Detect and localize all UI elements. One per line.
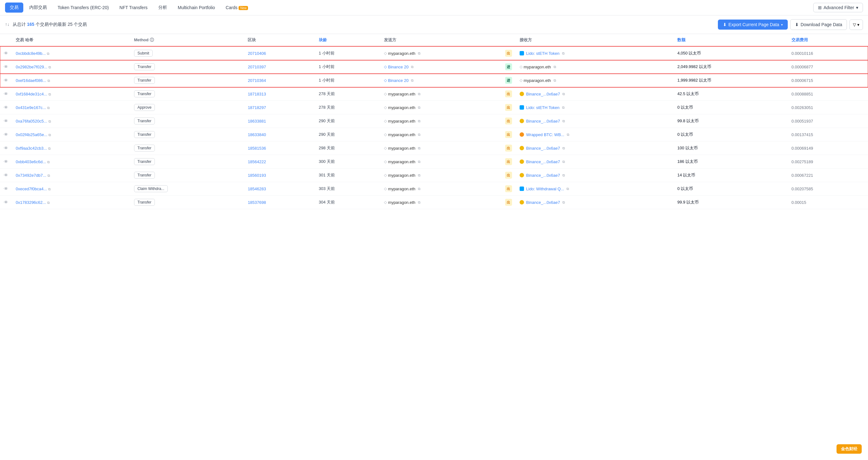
sender-label[interactable]: Binance 20 [388,65,408,69]
copy-sender-icon[interactable]: ⧉ [418,160,421,164]
copy-sender-icon[interactable]: ⧉ [418,146,421,150]
tx-hash-link[interactable]: 0xf9aa3c42cb3... [16,146,47,151]
eye-icon[interactable]: 👁 [4,78,8,83]
copy-sender-icon[interactable]: ⧉ [418,173,421,177]
block-link[interactable]: 18718313 [248,92,266,96]
download-page-data-button[interactable]: ⬇ Download Page Data [790,19,847,30]
tx-hash-link[interactable]: 0xa76fa0520c5... [16,119,47,123]
block-link[interactable]: 18564222 [248,160,266,164]
receiver-label[interactable]: Lido: stETH Token [526,105,560,110]
block-link[interactable]: 18560193 [248,173,266,178]
eye-icon[interactable]: 👁 [4,186,8,191]
copy-receiver-icon[interactable]: ⧉ [562,119,565,123]
receiver-label[interactable]: Binance_...0x6ae7 [526,146,560,151]
eye-icon[interactable]: 👁 [4,132,8,137]
nav-tab-multichain[interactable]: Multichain Portfolio [173,3,220,12]
copy-sender-icon[interactable]: ⧉ [411,79,413,83]
block-link[interactable]: 18633881 [248,119,266,123]
copy-icon[interactable]: ⧉ [47,160,50,164]
copy-icon[interactable]: ⧉ [48,79,50,83]
tx-hash-link[interactable]: 0x2982be7f029... [16,65,47,69]
nav-tab-jiaoy[interactable]: 交易 [5,2,23,12]
row-age-cell: 278 天前 [315,87,380,101]
copy-sender-icon[interactable]: ⧉ [418,106,421,110]
row-receiver-cell: Binance_...0x6ae7⧉ [516,114,674,128]
receiver-label[interactable]: Lido: stETH Token [526,51,560,56]
copy-receiver-icon[interactable]: ⧉ [554,65,556,69]
nav-tab-token-transfers[interactable]: Token Transfers (ERC-20) [53,3,114,12]
copy-sender-icon[interactable]: ⧉ [418,187,421,191]
block-link[interactable]: 20710406 [248,51,266,56]
export-current-page-button[interactable]: ⬇ Export Current Page Data ▾ [718,20,788,30]
tx-hash-link[interactable]: 0xcbbdc8e49b... [16,51,45,56]
block-link[interactable]: 18546283 [248,186,266,191]
eye-icon[interactable]: 👁 [4,51,8,56]
receiver-label[interactable]: Binance_...0x6ae7 [526,92,560,96]
filter-button[interactable]: ▽ ▾ [849,20,863,30]
copy-sender-icon[interactable]: ⧉ [411,65,413,69]
copy-icon[interactable]: ⧉ [49,65,51,69]
tx-hash-link[interactable]: 0xeced7f0bca4... [16,186,47,191]
tx-hash-link[interactable]: 0xbb403e6c6d... [16,160,46,164]
tx-hash-link[interactable]: 0x431e9e167c... [16,105,46,110]
advanced-filter-button[interactable]: ⊞ Advanced Filter ▾ [813,3,863,12]
block-link[interactable]: 18537698 [248,200,266,205]
copy-icon[interactable]: ⧉ [49,133,51,137]
copy-icon[interactable]: ⧉ [47,52,50,55]
receiver-label[interactable]: Binance_...0x6ae7 [526,119,560,123]
sender-label[interactable]: Binance 20 [388,78,408,83]
eye-icon[interactable]: 👁 [4,159,8,164]
copy-icon[interactable]: ⧉ [49,92,51,96]
eye-icon[interactable]: 👁 [4,146,8,151]
receiver-label[interactable]: Binance_...0x6ae7 [526,173,560,178]
copy-sender-icon[interactable]: ⧉ [418,200,421,204]
eye-icon[interactable]: 👁 [4,64,8,69]
copy-receiver-icon[interactable]: ⧉ [562,92,565,96]
receiver-name: ◇myparagon.eth⧉ [520,65,670,69]
eye-icon[interactable]: 👁 [4,105,8,110]
receiver-label[interactable]: Binance_...0x6ae7 [526,160,560,164]
copy-receiver-icon[interactable]: ⧉ [562,106,565,110]
copy-sender-icon[interactable]: ⧉ [418,92,421,96]
eye-icon[interactable]: 👁 [4,173,8,178]
receiver-label[interactable]: Binance_...0x6ae7 [526,200,560,205]
eye-icon[interactable]: 👁 [4,91,8,96]
copy-receiver-icon[interactable]: ⧉ [562,146,565,150]
eye-icon[interactable]: 👁 [4,200,8,205]
block-link[interactable]: 18633840 [248,132,266,137]
receiver-label[interactable]: Lido: Withdrawal Q... [526,186,564,191]
copy-icon[interactable]: ⧉ [48,146,51,150]
nav-tab-cards[interactable]: CardsNew [221,3,253,12]
copy-icon[interactable]: ⧉ [49,119,51,123]
eye-icon[interactable]: 👁 [4,118,8,123]
tx-hash-link[interactable]: 0x73492e7db7... [16,173,46,178]
copy-icon[interactable]: ⧉ [47,106,50,110]
copy-receiver-icon[interactable]: ⧉ [567,133,569,137]
copy-icon[interactable]: ⧉ [48,187,51,191]
copy-sender-icon[interactable]: ⧉ [418,51,421,55]
copy-sender-icon[interactable]: ⧉ [418,133,421,137]
copy-receiver-icon[interactable]: ⧉ [566,187,569,191]
sort-icon[interactable]: ↑↓ [5,22,9,27]
tx-hash-link[interactable]: 0xef16daef086... [16,78,46,83]
receiver-label[interactable]: Wrapped BTC: WB... [526,132,564,137]
copy-receiver-icon[interactable]: ⧉ [554,79,556,83]
tx-hash-link[interactable]: 0x1783296c62... [16,200,46,205]
block-link[interactable]: 18581536 [248,146,266,151]
nav-tab-fenxi[interactable]: 分析 [154,2,172,12]
nav-tab-nft-transfers[interactable]: NFT Transfers [115,3,152,12]
block-link[interactable]: 20710364 [248,78,266,83]
copy-icon[interactable]: ⧉ [48,174,50,177]
copy-receiver-icon[interactable]: ⧉ [562,173,565,177]
block-link[interactable]: 20710397 [248,65,266,69]
table-row: 👁0xbb403e6c6d...⧉Transfer18564222300 天前◇… [0,155,868,169]
tx-hash-link[interactable]: 0xf1684de31c4... [16,92,47,96]
nav-tab-neibujiaoy[interactable]: 内部交易 [25,2,52,12]
copy-receiver-icon[interactable]: ⧉ [562,51,565,55]
tx-hash-link[interactable]: 0x02f4b25a65e... [16,132,47,137]
copy-receiver-icon[interactable]: ⧉ [562,160,565,164]
copy-receiver-icon[interactable]: ⧉ [562,200,565,204]
copy-sender-icon[interactable]: ⧉ [418,119,421,123]
block-link[interactable]: 18718297 [248,105,266,110]
copy-icon[interactable]: ⧉ [47,201,50,204]
